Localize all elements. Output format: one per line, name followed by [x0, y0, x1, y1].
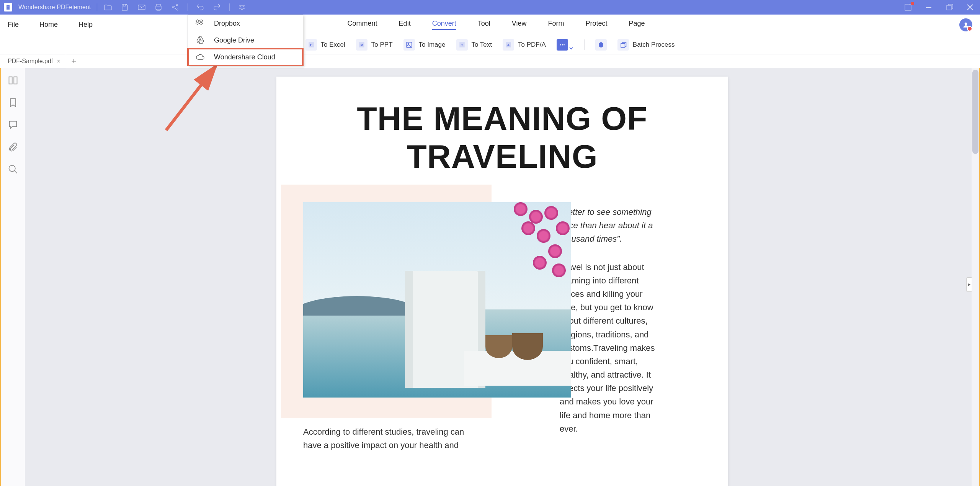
save-icon[interactable] — [120, 3, 129, 12]
tab-form[interactable]: Form — [548, 20, 564, 30]
svg-line-25 — [166, 66, 216, 130]
tab-protect[interactable]: Protect — [585, 20, 607, 30]
undo-icon[interactable] — [196, 3, 205, 12]
menu-bar: File Home Help Comment Edit Convert Tool… — [0, 15, 980, 35]
svg-point-19 — [562, 44, 563, 45]
document-paragraph: Travel is not just about roaming into di… — [560, 260, 659, 435]
menu-home[interactable]: Home — [39, 21, 58, 29]
comments-icon[interactable] — [8, 119, 18, 130]
svg-text:E: E — [310, 43, 312, 47]
menu-left: File Home Help — [8, 21, 93, 29]
more-icon — [557, 39, 568, 51]
chevron-down-icon — [569, 46, 573, 51]
tab-convert[interactable]: Convert — [432, 20, 456, 30]
tool-to-image[interactable]: To Image — [403, 39, 446, 51]
document-page: THE MEANING OF TRAVELING — [276, 77, 728, 486]
svg-rect-21 — [621, 43, 625, 47]
document-title: THE MEANING OF TRAVELING — [303, 100, 701, 175]
document-tab[interactable]: PDF-Sample.pdf × — [2, 54, 66, 68]
svg-point-20 — [564, 44, 565, 45]
tool-to-pdfa[interactable]: A To PDF/A — [503, 39, 546, 51]
attachments-icon[interactable] — [8, 142, 18, 152]
maximize-icon[interactable] — [945, 3, 954, 12]
tool-label: To Image — [419, 41, 446, 49]
window-controls — [903, 3, 976, 12]
svg-point-24 — [9, 165, 15, 172]
tool-label: To Excel — [321, 41, 345, 49]
bookmarks-icon[interactable] — [8, 97, 18, 108]
dropdown-google-drive[interactable]: Google Drive — [188, 32, 303, 49]
svg-rect-5 — [905, 4, 911, 10]
tool-more[interactable] — [557, 39, 573, 51]
document-quote: “Better to see something once than hear … — [560, 205, 659, 246]
mail-icon[interactable] — [137, 3, 146, 12]
tab-edit[interactable]: Edit — [399, 20, 411, 30]
document-tabs: PDF-Sample.pdf × + — [0, 54, 980, 68]
svg-point-3 — [176, 4, 178, 6]
side-panel — [1, 68, 25, 486]
svg-text:T: T — [461, 43, 463, 47]
tool-label: To PDF/A — [518, 41, 546, 49]
tool-batch-process[interactable]: Batch Process — [617, 39, 675, 51]
document-tab-label: PDF-Sample.pdf — [8, 58, 53, 65]
svg-rect-6 — [947, 5, 951, 10]
titlebar-left: Wondershare PDFelement — [4, 3, 247, 12]
app-title: Wondershare PDFelement — [18, 4, 91, 11]
close-tab-icon[interactable]: × — [57, 58, 60, 65]
dropdown-label: Google Drive — [214, 36, 254, 44]
quick-actions — [103, 3, 247, 12]
menu-file[interactable]: File — [8, 21, 19, 29]
svg-text:A: A — [507, 43, 510, 47]
google-drive-icon — [196, 36, 205, 45]
document-image — [303, 202, 571, 398]
thumbnails-icon[interactable] — [8, 75, 18, 86]
ribbon-tabs: Comment Edit Convert Tool View Form Prot… — [348, 20, 645, 30]
svg-text:P: P — [361, 43, 363, 47]
separator — [229, 3, 230, 11]
tab-view[interactable]: View — [512, 20, 527, 30]
tool-label: Batch Process — [633, 41, 675, 49]
dropdown-wondershare-cloud[interactable]: Wondershare Cloud — [188, 49, 303, 65]
batch-icon — [617, 39, 629, 51]
notification-icon[interactable] — [903, 3, 913, 12]
vertical-scrollbar[interactable] — [972, 68, 979, 486]
share-dropdown: Dropbox Google Drive Wondershare Cloud — [188, 15, 303, 66]
convert-toolbar: E To Excel P To PPT To Image T To Text A… — [0, 35, 980, 54]
add-tab-button[interactable]: + — [66, 56, 82, 66]
image-section: According to different studies, travelin… — [303, 202, 541, 452]
tool-label: To Text — [472, 41, 492, 49]
close-icon[interactable] — [965, 3, 975, 12]
print-icon[interactable] — [154, 3, 163, 12]
scrollbar-thumb[interactable] — [972, 70, 978, 154]
tab-page[interactable]: Page — [629, 20, 645, 30]
user-avatar[interactable] — [959, 18, 972, 31]
tool-to-text[interactable]: T To Text — [456, 39, 492, 51]
dropdown-toggle-icon[interactable] — [237, 3, 247, 12]
document-text-right: “Better to see something once than hear … — [560, 202, 659, 452]
separator — [584, 39, 585, 50]
tool-label: To PPT — [371, 41, 393, 49]
dropdown-dropbox[interactable]: Dropbox — [188, 15, 303, 32]
pdfa-icon: A — [503, 39, 514, 51]
image-icon — [403, 39, 415, 51]
excel-icon: E — [305, 39, 317, 51]
minimize-icon[interactable] — [924, 3, 933, 12]
menu-help[interactable]: Help — [78, 21, 93, 29]
share-icon[interactable] — [171, 3, 180, 12]
svg-point-18 — [560, 44, 561, 45]
separator — [188, 3, 188, 11]
tab-tool[interactable]: Tool — [478, 20, 490, 30]
redo-icon[interactable] — [212, 3, 222, 12]
tool-to-ppt[interactable]: P To PPT — [356, 39, 393, 51]
tool-to-excel[interactable]: E To Excel — [305, 39, 345, 51]
expand-right-handle[interactable]: ▶ — [966, 277, 972, 292]
svg-point-4 — [176, 9, 178, 10]
open-icon[interactable] — [103, 3, 113, 12]
toolbar-group: E To Excel P To PPT To Image T To Text A… — [305, 39, 675, 51]
dropdown-label: Dropbox — [214, 20, 240, 28]
separator — [97, 3, 97, 11]
search-icon[interactable] — [8, 164, 18, 175]
svg-rect-23 — [14, 77, 17, 84]
tool-converter[interactable] — [595, 39, 607, 51]
tab-comment[interactable]: Comment — [348, 20, 377, 30]
